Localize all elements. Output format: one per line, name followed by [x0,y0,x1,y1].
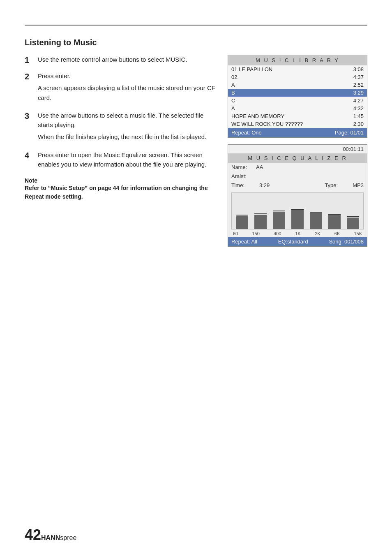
library-track-row: B3:29 [228,89,367,97]
library-track-row: HOPE AND MEMORY1:45 [228,112,367,120]
library-track-row: A4:32 [228,104,367,112]
step-3: 3 Use the arrow buttons to select a musi… [25,111,215,144]
eq-name-label: Name: [231,163,256,172]
eq-freq-label: 150 [252,231,259,236]
step-3-number: 3 [25,111,34,144]
eq-repeat: Repeat: All [231,239,257,245]
library-track-row: C4:27 [228,97,367,104]
track-duration: 4:37 [342,73,367,81]
steps-column: 1 Use the remote control arrow buttons t… [25,55,215,201]
eq-artist-label: Araist: [231,172,256,181]
step-2-number: 2 [25,71,34,105]
track-duration: 4:27 [342,97,367,104]
eq-header: M U S I C E Q U A L I Z E R [228,153,367,163]
library-track-row: 02.4:37 [228,73,367,81]
library-header: M U S I C L I B R A R Y [228,55,367,65]
track-duration: 1:45 [342,112,367,120]
library-footer: Repeat: One Page: 01/01 [228,128,367,137]
right-panels: M U S I C L I B R A R Y 01.LE PAPILLON3:… [228,55,367,247]
eq-bar-fill [347,218,359,229]
track-duration: 2:52 [342,81,367,89]
track-name: B [228,89,342,97]
step-1: 1 Use the remote control arrow buttons t… [25,55,215,65]
step-2-line-1: Press enter. [38,71,215,81]
bottom-branding: 42 HANNspree [25,526,76,544]
step-1-text: Use the remote control arrow buttons to … [38,56,187,63]
eq-time-display: 00:01:11 [228,145,367,153]
eq-freq-label: 15K [354,231,362,236]
eq-footer: Repeat: All EQ:standard Song: 001/008 [228,237,367,246]
eq-labels: 601504001K2K6K15K [228,230,367,237]
library-page: Page: 01/01 [335,130,364,136]
music-library-panel: M U S I C L I B R A R Y 01.LE PAPILLON3:… [228,55,367,138]
eq-bars-container [231,192,364,229]
eq-bar-group [344,195,362,229]
step-2: 2 Press enter. A screen appears displayi… [25,71,215,105]
library-table: 01.LE PAPILLON3:0802.4:37A2:52B3:29C4:27… [228,65,367,128]
track-duration: 3:29 [342,89,367,97]
eq-time: 00:01:11 [343,146,364,152]
step-3-line-2: When the file finishes playing, the next… [38,132,215,141]
note-block: Note Refer to “Music Setup” on page 44 f… [25,177,215,201]
brand-number: 42 [25,526,41,544]
track-duration: 4:32 [342,104,367,112]
track-name: 02. [228,73,342,81]
library-repeat: Repeat: One [231,130,262,136]
eq-bar-fill [310,213,322,229]
eq-freq-label: 400 [274,231,281,236]
eq-bar-group [252,195,270,229]
track-duration: 2:30 [342,120,367,128]
music-eq-panel: 00:01:11 M U S I C E Q U A L I Z E R Nam… [228,144,367,247]
step-4-number: 4 [25,150,34,172]
track-name: A [228,104,342,112]
brand-hann: HANN [41,534,60,541]
eq-bar-fill [328,215,341,229]
track-name: WE WILL ROCK YOU ?????? [228,120,342,128]
brand-name: HANNspree [41,534,76,542]
eq-info-grid: Name: AA Araist: Time: 3:29 Type: [228,163,367,190]
note-text: Refer to “Music Setup” on page 44 for in… [25,184,215,201]
track-name: 01.LE PAPILLON [228,65,342,73]
step-3-line-1: Use the arrow buttons to select a music … [38,111,215,130]
library-track-row: A2:52 [228,81,367,89]
eq-name-value: AA [256,163,263,172]
brand-spree: spree [60,534,76,541]
eq-bar-group [233,195,251,229]
step-4-line-1: Press enter to open the Music Equalizer … [38,150,215,169]
eq-freq-label: 2K [315,231,320,236]
eq-bar-fill [254,215,267,229]
eq-bar-fill [236,216,248,229]
note-label: Note [25,177,215,184]
eq-bar-group [270,195,288,229]
top-divider [25,25,367,25]
step-2-line-2: A screen appears displaying a list of th… [38,83,215,102]
eq-time-row: Time: 3:29 Type: MP3 [231,181,364,190]
eq-time-label: Time: [231,181,256,190]
track-duration: 3:08 [342,65,367,73]
eq-song: Song: 001/008 [329,239,364,245]
eq-bar-group [289,195,307,229]
section-title: Listening to Music [25,38,367,47]
eq-name-row: Name: AA [231,163,364,172]
eq-artist-row: Araist: [231,172,364,181]
eq-type-value: MP3 [353,181,364,190]
eq-type-label: Type: [325,181,349,190]
eq-bar-group [307,195,325,229]
step-4: 4 Press enter to open the Music Equalize… [25,150,215,172]
track-name: A [228,81,342,89]
step-1-number: 1 [25,55,34,65]
eq-freq-label: 60 [233,231,238,236]
library-track-row: WE WILL ROCK YOU ??????2:30 [228,120,367,128]
eq-mode: EQ:standard [278,239,308,245]
eq-freq-label: 1K [295,231,300,236]
eq-bar-fill [273,212,285,229]
library-track-row: 01.LE PAPILLON3:08 [228,65,367,73]
track-name: HOPE AND MEMORY [228,112,342,120]
eq-freq-label: 6K [334,231,340,236]
track-name: C [228,97,342,104]
eq-time-value: 3:29 [259,181,270,190]
eq-bar-group [325,195,343,229]
eq-bar-fill [291,210,304,229]
